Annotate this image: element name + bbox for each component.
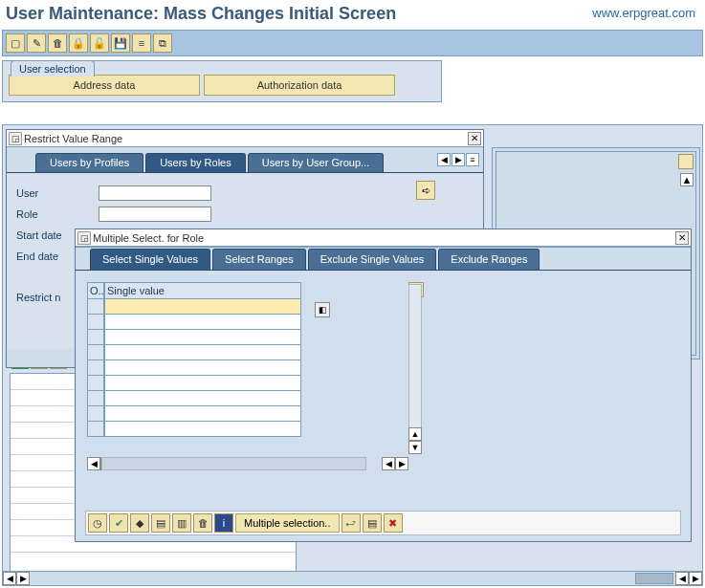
dialog-icon: ◲: [77, 231, 91, 245]
table-row[interactable]: [87, 376, 403, 391]
table-row[interactable]: [87, 360, 403, 376]
multi-bottom-toolbar: ◷ ✔ ◆ ▤ ▥ 🗑 i Multiple selection.. ⮐ ▤ ✖: [85, 511, 681, 535]
close-icon[interactable]: ✕: [675, 231, 689, 245]
single-values-grid: O.. Single value: [87, 282, 403, 437]
form-icon[interactable]: ⧉: [153, 33, 172, 53]
dialog-icon: ◲: [9, 132, 22, 145]
clock-icon[interactable]: ◷: [88, 513, 107, 533]
multiple-selection-icon[interactable]: ➪: [416, 181, 435, 200]
close-icon[interactable]: ✕: [468, 132, 481, 145]
delete-row-icon[interactable]: ▥: [172, 513, 191, 533]
scroll-left-icon[interactable]: ◀: [3, 572, 16, 585]
restrict-tabstrip: Users by Profiles Users by Roles Users b…: [7, 151, 483, 172]
grid-hscroll[interactable]: ◀ ▶ ◀ ▶: [87, 457, 408, 470]
dialog-title-text: Restrict Value Range: [24, 133, 122, 144]
save-icon[interactable]: 💾: [111, 33, 130, 53]
check-icon[interactable]: ✔: [109, 513, 128, 533]
tab-exclude-ranges[interactable]: Exclude Ranges: [438, 249, 540, 270]
col-single-value[interactable]: Single value: [104, 282, 301, 299]
config-icon[interactable]: [678, 154, 694, 169]
multiple-selection-button[interactable]: Multiple selection..: [235, 513, 340, 533]
search-help-icon[interactable]: ◆: [130, 513, 149, 533]
table-row[interactable]: [87, 330, 403, 345]
value-help-icon[interactable]: ◧: [315, 302, 330, 317]
clipboard-icon[interactable]: ▤: [363, 513, 382, 533]
role-input[interactable]: [99, 207, 211, 222]
scroll-right-icon[interactable]: ▶: [689, 572, 702, 585]
cancel-icon[interactable]: ✖: [384, 513, 403, 533]
scroll-left-icon[interactable]: ◀: [382, 457, 395, 470]
tab-users-by-user-group[interactable]: Users by User Group...: [248, 153, 384, 172]
multiple-select-dialog: ◲Multiple Select. for Role ✕ Select Sing…: [75, 229, 692, 542]
grid-zone: O.. Single value ◧ ▲ ▼ ◀ ▶: [76, 270, 691, 480]
scroll-up-icon[interactable]: ▲: [408, 427, 422, 441]
dialog-titlebar: ◲Restrict Value Range ✕: [7, 130, 483, 147]
tab-select-single-values[interactable]: Select Single Values: [90, 249, 210, 270]
scroll-left-icon[interactable]: ◀: [87, 457, 100, 470]
delete-icon[interactable]: 🗑: [48, 33, 67, 53]
unlock-icon[interactable]: 🔓: [90, 33, 109, 53]
col-option[interactable]: O..: [87, 282, 104, 299]
tab-next-icon[interactable]: ▶: [452, 153, 465, 166]
table-row[interactable]: [87, 315, 403, 330]
table-row[interactable]: [87, 422, 403, 437]
user-input[interactable]: [99, 185, 211, 201]
user-selection-group: User selection Address data Authorizatio…: [2, 60, 442, 102]
tab-exclude-single-values[interactable]: Exclude Single Values: [308, 249, 437, 270]
scroll-right-icon[interactable]: ▶: [395, 457, 408, 470]
tab-users-by-roles[interactable]: Users by Roles: [145, 153, 246, 172]
scroll-up-icon[interactable]: ▲: [680, 173, 694, 186]
user-label: User: [16, 187, 99, 199]
new-icon[interactable]: ▢: [6, 33, 25, 53]
insert-row-icon[interactable]: ▤: [151, 513, 170, 533]
lock-icon[interactable]: 🔒: [69, 33, 88, 53]
table-row[interactable]: [87, 345, 403, 360]
table-row[interactable]: [87, 299, 403, 315]
trash-icon[interactable]: 🗑: [193, 513, 212, 533]
role-label: Role: [16, 208, 99, 220]
authorization-data-button[interactable]: Authorization data: [204, 75, 395, 96]
tab-list-icon[interactable]: ≡: [466, 153, 479, 166]
watermark-link[interactable]: www.erpgreat.com: [592, 6, 695, 20]
dialog2-titlebar: ◲Multiple Select. for Role ✕: [76, 229, 691, 247]
address-data-button[interactable]: Address data: [9, 75, 200, 96]
grid-vscroll[interactable]: ▲ ▼: [408, 284, 422, 454]
app-toolbar: ▢ ✎ 🗑 🔒 🔓 💾 ≡ ⧉: [2, 30, 703, 56]
scroll-left-icon[interactable]: ◀: [675, 572, 689, 585]
list-icon[interactable]: ≡: [132, 33, 151, 53]
table-row[interactable]: [87, 391, 403, 406]
scroll-down-icon[interactable]: ▼: [408, 441, 422, 454]
tab-prev-icon[interactable]: ◀: [437, 153, 451, 166]
tab-users-by-profiles[interactable]: Users by Profiles: [35, 153, 143, 172]
table-row[interactable]: [87, 406, 403, 422]
info-icon[interactable]: i: [214, 513, 233, 533]
group-legend: User selection: [11, 60, 95, 76]
tab-select-ranges[interactable]: Select Ranges: [212, 249, 306, 270]
edit-icon[interactable]: ✎: [27, 33, 46, 53]
dialog2-title-text: Multiple Select. for Role: [93, 232, 204, 244]
import-icon[interactable]: ⮐: [341, 513, 361, 533]
multi-tabstrip: Select Single Values Select Ranges Exclu…: [76, 247, 691, 270]
scroll-right-icon[interactable]: ▶: [16, 572, 30, 585]
page-hscroll[interactable]: ◀ ▶ ◀ ▶: [2, 571, 703, 586]
